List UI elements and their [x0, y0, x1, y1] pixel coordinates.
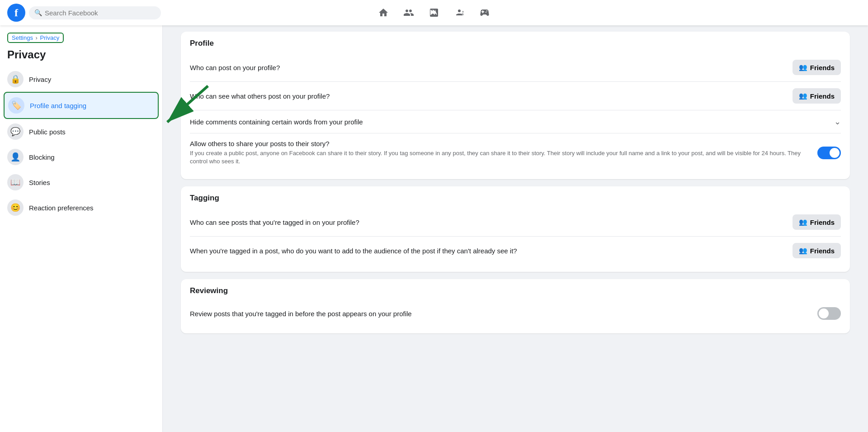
- friends-icon: 👥: [799, 63, 807, 71]
- who-can-see-tagged-label: Who can see posts that you're tagged in …: [190, 218, 785, 226]
- sidebar-item-profile-tagging-label: Profile and tagging: [30, 102, 86, 109]
- sidebar-item-reaction-preferences-label: Reaction preferences: [29, 204, 94, 212]
- who-can-see-others-label: Who can see what others post on your pro…: [190, 92, 785, 100]
- sidebar-item-privacy-label: Privacy: [29, 76, 51, 83]
- privacy-icon: 🔒: [7, 71, 24, 87]
- facebook-logo[interactable]: f: [7, 4, 25, 22]
- sidebar-item-reaction-preferences[interactable]: 😊 Reaction preferences: [4, 195, 159, 220]
- reaction-preferences-icon: 😊: [7, 199, 24, 216]
- who-can-post-button[interactable]: 👥 Friends: [793, 60, 841, 75]
- watch-nav-button[interactable]: [423, 2, 445, 24]
- reviewing-section-heading: Reviewing: [190, 286, 841, 295]
- nav-left: f 🔍: [7, 4, 161, 22]
- who-can-see-others-row: Who can see what others post on your pro…: [190, 82, 841, 110]
- friends-icon-4: 👥: [799, 247, 807, 255]
- sidebar-item-stories-label: Stories: [29, 179, 50, 186]
- blocking-icon: 👤: [7, 149, 24, 165]
- profile-section-heading: Profile: [190, 39, 841, 48]
- home-nav-button[interactable]: [373, 2, 394, 24]
- allow-share-label: Allow others to share your posts to thei…: [190, 140, 810, 166]
- when-tagged-row: When you're tagged in a post, who do you…: [190, 237, 841, 265]
- when-tagged-button-label: Friends: [810, 247, 835, 255]
- top-navigation: f 🔍: [0, 0, 868, 25]
- who-can-see-others-button[interactable]: 👥 Friends: [793, 88, 841, 104]
- sidebar-title: Privacy: [4, 47, 159, 66]
- dropdown-arrow-icon[interactable]: ⌄: [834, 117, 841, 127]
- breadcrumb-privacy: Privacy: [40, 34, 60, 41]
- tagging-section: Tagging Who can see posts that you're ta…: [181, 186, 850, 272]
- when-tagged-button[interactable]: 👥 Friends: [793, 243, 841, 258]
- sidebar-item-blocking-label: Blocking: [29, 153, 55, 161]
- search-bar[interactable]: 🔍: [29, 6, 161, 19]
- tagging-section-heading: Tagging: [190, 194, 841, 203]
- stories-icon: 📖: [7, 174, 24, 190]
- sidebar-item-stories[interactable]: 📖 Stories: [4, 170, 159, 195]
- review-posts-toggle[interactable]: [817, 307, 841, 320]
- friends-icon-2: 👥: [799, 92, 807, 100]
- when-tagged-label: When you're tagged in a post, who do you…: [190, 247, 785, 255]
- allow-share-row: Allow others to share your posts to thei…: [190, 133, 841, 172]
- hide-comments-label: Hide comments containing certain words f…: [190, 118, 834, 126]
- sidebar-item-public-posts[interactable]: 💬 Public posts: [4, 119, 159, 144]
- who-can-see-tagged-button[interactable]: 👥 Friends: [793, 214, 841, 230]
- friends-nav-button[interactable]: [398, 2, 420, 24]
- breadcrumb: Settings › Privacy: [7, 33, 64, 43]
- who-can-post-label: Who can post on your profile?: [190, 64, 785, 71]
- sidebar-item-public-posts-label: Public posts: [29, 128, 66, 136]
- gaming-nav-button[interactable]: [474, 2, 495, 24]
- search-input[interactable]: [45, 9, 156, 17]
- main-content: Profile and tagging Profile Who can post…: [163, 0, 868, 407]
- toggle-slider-on: [817, 147, 841, 159]
- nav-center: [161, 2, 707, 24]
- sidebar: Settings › Privacy Privacy 🔒 Privacy 🏷️ …: [0, 25, 163, 407]
- search-icon: 🔍: [34, 9, 42, 16]
- profile-tagging-icon: 🏷️: [8, 97, 24, 114]
- friends-icon-3: 👥: [799, 218, 807, 226]
- review-posts-row: Review posts that you're tagged in befor…: [190, 301, 841, 326]
- who-can-see-others-button-label: Friends: [810, 92, 835, 100]
- reviewing-section: Reviewing Review posts that you're tagge…: [181, 279, 850, 333]
- allow-share-toggle[interactable]: [817, 147, 841, 159]
- svg-point-0: [458, 9, 461, 12]
- who-can-post-button-label: Friends: [810, 64, 835, 71]
- hide-comments-row: Hide comments containing certain words f…: [190, 110, 841, 133]
- public-posts-icon: 💬: [7, 123, 24, 140]
- sidebar-item-profile-tagging[interactable]: 🏷️ Profile and tagging: [4, 92, 159, 119]
- groups-nav-button[interactable]: [448, 2, 470, 24]
- allow-share-subtext: If you create a public post, anyone on F…: [190, 149, 810, 166]
- who-can-post-row: Who can post on your profile? 👥 Friends: [190, 53, 841, 82]
- who-can-see-tagged-button-label: Friends: [810, 218, 835, 226]
- who-can-see-tagged-row: Who can see posts that you're tagged in …: [190, 208, 841, 237]
- sidebar-item-privacy[interactable]: 🔒 Privacy: [4, 66, 159, 92]
- profile-section: Profile Who can post on your profile? 👥 …: [181, 32, 850, 179]
- toggle-slider-off: [817, 307, 841, 320]
- sidebar-item-blocking[interactable]: 👤 Blocking: [4, 144, 159, 170]
- breadcrumb-settings: Settings: [12, 34, 33, 41]
- review-posts-label: Review posts that you're tagged in befor…: [190, 310, 810, 318]
